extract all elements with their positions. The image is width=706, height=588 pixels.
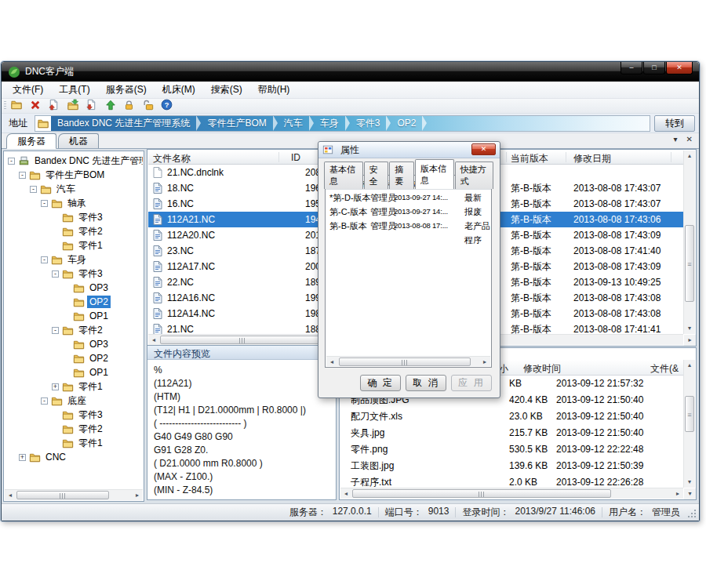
breadcrumb-segment[interactable]: 零件3 — [350, 117, 387, 130]
address-box[interactable]: Bandex DNC 先进生产管理系统零件生产BOM汽车车身零件3OP2 — [35, 115, 650, 132]
scroll-left-icon[interactable]: ◂ — [148, 335, 159, 345]
resize-grip[interactable] — [687, 509, 697, 518]
scroll-left-icon[interactable]: ◂ — [5, 490, 16, 500]
breadcrumb-segment[interactable]: 汽车 — [278, 117, 309, 130]
tab-list-dropdown-icon[interactable]: ▾ — [674, 135, 678, 143]
toolbar-folder-import-button[interactable] — [66, 100, 79, 113]
dialog-tab-快捷方式[interactable]: 快捷方式 — [455, 162, 494, 189]
toolbar-file-download-button[interactable] — [85, 100, 98, 113]
tree-item[interactable]: OP2 — [5, 295, 143, 309]
toolbar-unlock-button[interactable] — [141, 100, 155, 113]
scroll-right-icon[interactable]: ▸ — [479, 357, 490, 367]
menu-item[interactable]: 服务器(S) — [98, 81, 155, 99]
tree-item[interactable]: +零件1 — [5, 379, 143, 394]
scroll-down-icon[interactable]: ▾ — [684, 488, 696, 499]
scroll-left-icon[interactable]: ◂ — [326, 357, 337, 367]
tree-item[interactable]: 零件2 — [5, 224, 143, 238]
tree-item[interactable]: -零件3 — [5, 267, 143, 281]
tree-expander-icon[interactable]: - — [41, 397, 48, 405]
column-header[interactable]: 文件名称 — [153, 152, 191, 165]
dialog-tab-版本信息[interactable]: 版本信息 — [415, 159, 454, 189]
tree-expander-icon[interactable]: - — [52, 327, 59, 334]
related-hscrollbar[interactable]: ◂ ▸ — [340, 488, 683, 499]
dialog-close-button[interactable]: ✕ — [471, 143, 496, 155]
file-list-vscroll-thumb[interactable]: ≡ — [685, 225, 694, 302]
version-row[interactable]: *第-D-版本管理员2013-09-27 14:...最新 — [326, 191, 491, 205]
tree-item[interactable]: -零件2 — [5, 323, 143, 337]
menu-item[interactable]: 文件(F) — [5, 81, 51, 99]
scroll-left-icon[interactable]: ◂ — [340, 488, 351, 499]
scroll-up-icon[interactable]: ▴ — [684, 360, 695, 371]
scroll-right-icon[interactable]: ▸ — [684, 335, 696, 346]
titlebar[interactable]: DNC客户端 –□✕ — [2, 62, 699, 82]
column-header[interactable]: 当前版本 — [511, 152, 548, 165]
tree-item[interactable]: 零件1 — [5, 436, 143, 450]
go-button[interactable]: 转到 — [654, 115, 695, 132]
dialog-tab-基本信息[interactable]: 基本信息 — [324, 162, 363, 189]
tree-item[interactable]: 零件2 — [5, 422, 143, 436]
related-vscroll-thumb[interactable]: ≡ — [685, 396, 694, 432]
table-row[interactable]: 工装图.jpg139.6 KB2013-09-12 21:50:39 — [340, 458, 683, 474]
breadcrumb-segment[interactable]: OP2 — [391, 118, 422, 129]
tree-expander-icon[interactable]: - — [52, 270, 59, 278]
toolbar-lock-button[interactable] — [122, 100, 136, 113]
dialog-tab-摘要[interactable]: 摘要 — [389, 162, 414, 189]
scroll-down-icon[interactable]: ▾ — [684, 477, 695, 488]
close-button[interactable]: ✕ — [666, 62, 693, 74]
tree-expander-icon[interactable]: - — [30, 186, 37, 193]
column-header[interactable]: ID — [291, 152, 300, 163]
menu-item[interactable]: 机床(M) — [155, 81, 203, 99]
tree-item[interactable]: OP1 — [5, 365, 143, 379]
version-hscrollbar[interactable]: ◂ ▸ — [326, 356, 490, 366]
tree-item[interactable]: -Bandex DNC 先进生产管理系统 — [5, 154, 143, 168]
tree-expander-icon[interactable]: + — [19, 454, 26, 461]
tab-机器[interactable]: 机器 — [58, 133, 99, 148]
related-hscroll-thumb[interactable] — [352, 489, 611, 498]
tree-item[interactable]: OP2 — [5, 351, 143, 365]
tree-item[interactable]: -汽车 — [5, 182, 143, 196]
tree-item[interactable]: +CNC — [5, 450, 143, 464]
maximize-button[interactable]: □ — [643, 62, 665, 74]
tree-item[interactable]: -车身 — [5, 252, 143, 267]
file-list-hscroll-thumb[interactable] — [160, 336, 325, 344]
menu-item[interactable]: 工具(T) — [51, 81, 97, 99]
table-row[interactable]: 配刀文件.xls23.0 KB2013-09-12 21:50:40 — [340, 408, 683, 425]
tree-expander-icon[interactable]: - — [19, 172, 26, 179]
toolbar-help-button[interactable]: ? — [160, 100, 173, 113]
toolbar-delete-button[interactable] — [28, 100, 42, 113]
column-header[interactable]: 文件(& — [650, 362, 679, 376]
tree-item[interactable]: -底座 — [5, 394, 143, 408]
dialog-tab-安全[interactable]: 安全 — [364, 162, 389, 189]
tree-item[interactable]: 零件3 — [5, 210, 143, 224]
version-row[interactable]: 第-C-版本管理员2013-09-27 14:...报废 — [326, 205, 491, 219]
scroll-right-icon[interactable]: ▸ — [132, 490, 143, 500]
tree-item[interactable]: -零件生产BOM — [5, 168, 143, 182]
tree-expander-icon[interactable]: - — [41, 256, 48, 263]
toolbar-folder-button[interactable] — [9, 100, 23, 113]
table-row[interactable]: 子程序.txt2.0 KB2013-09-12 22:26:28 — [340, 474, 683, 488]
minimize-button[interactable]: – — [620, 62, 642, 74]
table-row[interactable]: 夹具.jpg215.7 KB2013-09-12 21:50:40 — [340, 425, 683, 441]
tree-item[interactable]: 零件3 — [5, 408, 143, 422]
related-vscrollbar[interactable]: ▴ ≡ ▾ — [683, 360, 695, 488]
tree-expander-icon[interactable]: - — [8, 158, 15, 165]
tree-item[interactable]: -轴承 — [5, 196, 143, 210]
tree-expander-icon[interactable]: - — [41, 200, 48, 207]
breadcrumb-segment[interactable]: Bandex DNC 先进生产管理系统 — [51, 117, 196, 130]
tree-hscroll-thumb[interactable] — [16, 491, 109, 499]
version-row[interactable]: 第-B-版本管理员2013-08-08 17:...老产品程序 — [326, 219, 491, 233]
menu-item[interactable]: 搜索(S) — [203, 81, 250, 99]
scroll-right-icon[interactable]: ▸ — [672, 488, 683, 499]
cancel-button[interactable]: 取 消 — [406, 375, 446, 391]
tree-item[interactable]: OP3 — [5, 281, 143, 295]
tree-item[interactable]: 零件1 — [5, 238, 143, 252]
tab-服务器[interactable]: 服务器 — [6, 133, 56, 149]
tree-item[interactable]: OP1 — [5, 309, 143, 323]
file-list-vscrollbar[interactable]: ▴ ≡ ▾ — [683, 151, 695, 334]
column-header[interactable]: 修改日期 — [573, 152, 611, 165]
scroll-down-icon[interactable]: ▾ — [684, 323, 695, 334]
table-row[interactable]: 零件.png530.5 KB2013-09-12 22:22:48 — [340, 441, 683, 458]
tree-expander-icon[interactable]: + — [52, 383, 59, 390]
dialog-titlebar[interactable]: 属性 ✕ — [318, 142, 500, 158]
version-hscroll-thumb[interactable] — [339, 358, 471, 366]
